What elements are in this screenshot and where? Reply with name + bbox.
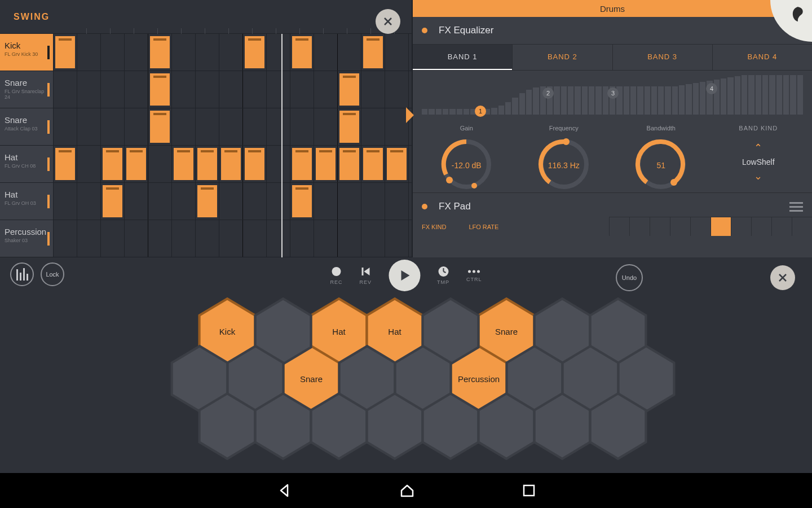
step-cell[interactable]	[148, 108, 172, 145]
track-label[interactable]: SnareAttack Clap 03	[0, 108, 54, 145]
step-cell[interactable]	[196, 34, 219, 71]
note[interactable]	[316, 148, 336, 180]
step-cell[interactable]	[54, 146, 77, 182]
note[interactable]	[197, 148, 217, 180]
band-tab[interactable]: BAND 2	[512, 45, 612, 70]
step-cell[interactable]	[338, 34, 361, 71]
step-cell[interactable]	[54, 71, 77, 108]
step-cell[interactable]	[172, 220, 196, 257]
band-dot-2[interactable]: 2	[542, 87, 554, 99]
step-cell[interactable]	[361, 183, 385, 220]
drum-pad-empty[interactable]	[365, 392, 425, 461]
step-cell[interactable]	[314, 34, 338, 71]
rewind-button[interactable]: REV	[359, 266, 372, 285]
step-cell[interactable]	[243, 34, 267, 71]
tempo-button[interactable]: TMP	[437, 266, 449, 285]
step-cell[interactable]	[243, 220, 267, 257]
home-icon[interactable]	[399, 483, 415, 498]
step-cell[interactable]	[172, 71, 196, 108]
step-cell[interactable]	[361, 220, 385, 257]
drum-pad-empty[interactable]	[476, 392, 536, 461]
step-cell[interactable]	[196, 183, 219, 220]
step-cell[interactable]	[219, 220, 243, 257]
band-tab[interactable]: BAND 4	[712, 45, 812, 70]
step-cell[interactable]	[196, 108, 219, 145]
step-cell[interactable]	[172, 183, 196, 220]
drum-pad-empty[interactable]	[309, 392, 369, 461]
step-cell[interactable]	[125, 34, 148, 71]
step-cell[interactable]	[148, 146, 172, 182]
step-cell[interactable]	[314, 220, 338, 257]
step-cell[interactable]	[385, 220, 409, 257]
fx-pad-menu-icon[interactable]	[789, 202, 803, 212]
band-kind-down-icon[interactable]: ⌄	[713, 170, 805, 182]
band-dot-4[interactable]: 4	[706, 83, 717, 94]
band-kind-up-icon[interactable]: ⌃	[713, 142, 805, 154]
step-cell[interactable]	[101, 71, 125, 108]
step-cell[interactable]	[385, 108, 409, 145]
step-cell[interactable]	[148, 71, 172, 108]
note[interactable]	[103, 185, 122, 217]
step-cell[interactable]	[338, 183, 361, 220]
step-cell[interactable]	[77, 34, 101, 71]
drum-pad-empty[interactable]	[588, 392, 648, 461]
note[interactable]	[103, 148, 122, 180]
step-cell[interactable]	[77, 108, 101, 145]
note[interactable]	[174, 148, 193, 180]
step-cell[interactable]	[125, 183, 148, 220]
step-cell[interactable]	[267, 34, 290, 71]
step-cell[interactable]	[314, 146, 338, 182]
step-cell[interactable]	[290, 183, 314, 220]
note[interactable]	[55, 36, 75, 68]
drum-pad-empty[interactable]	[532, 392, 592, 461]
step-cell[interactable]	[101, 34, 125, 71]
close-sequencer-button[interactable]	[376, 9, 400, 34]
step-cell[interactable]	[267, 71, 290, 108]
step-cell[interactable]	[338, 71, 361, 108]
step-cell[interactable]	[125, 146, 148, 182]
note[interactable]	[387, 148, 407, 180]
step-cell[interactable]	[196, 146, 219, 182]
step-cell[interactable]	[219, 183, 243, 220]
step-cell[interactable]	[77, 183, 101, 220]
close-pads-button[interactable]	[770, 265, 795, 290]
channel-name-strip[interactable]: Drums	[413, 0, 812, 17]
recent-apps-icon[interactable]	[522, 484, 536, 497]
step-cell[interactable]	[290, 108, 314, 145]
track-label[interactable]: HatFL Grv CH 08	[0, 146, 54, 182]
fx-pad-led[interactable]	[422, 204, 427, 209]
step-cell[interactable]	[243, 108, 267, 145]
step-cell[interactable]	[243, 71, 267, 108]
step-cell[interactable]	[54, 108, 77, 145]
step-cell[interactable]	[314, 71, 338, 108]
note[interactable]	[150, 73, 170, 106]
step-cell[interactable]	[243, 183, 267, 220]
step-cell[interactable]	[125, 220, 148, 257]
step-cell[interactable]	[267, 183, 290, 220]
note[interactable]	[339, 111, 359, 143]
note[interactable]	[292, 36, 312, 68]
band-dot-3[interactable]: 3	[607, 87, 619, 99]
track-label[interactable]: PercussionShaker 03	[0, 220, 54, 257]
note[interactable]	[150, 111, 170, 143]
step-cell[interactable]	[172, 34, 196, 71]
step-cell[interactable]	[290, 146, 314, 182]
fx-pad-grid[interactable]	[609, 217, 812, 236]
note[interactable]	[126, 148, 146, 180]
band-dot-1[interactable]: 1	[475, 106, 486, 117]
step-cell[interactable]	[148, 183, 172, 220]
step-cell[interactable]	[385, 34, 409, 71]
play-button[interactable]	[389, 260, 420, 291]
step-cell[interactable]	[54, 183, 77, 220]
step-cell[interactable]	[267, 220, 290, 257]
step-cell[interactable]	[148, 34, 172, 71]
step-cell[interactable]	[196, 220, 219, 257]
step-cell[interactable]	[290, 220, 314, 257]
step-cell[interactable]	[338, 146, 361, 182]
step-cell[interactable]	[290, 34, 314, 71]
step-cell[interactable]	[267, 108, 290, 145]
drum-pad-empty[interactable]	[253, 392, 313, 461]
step-cell[interactable]	[101, 220, 125, 257]
step-cell[interactable]	[125, 71, 148, 108]
step-cell[interactable]	[243, 146, 267, 182]
